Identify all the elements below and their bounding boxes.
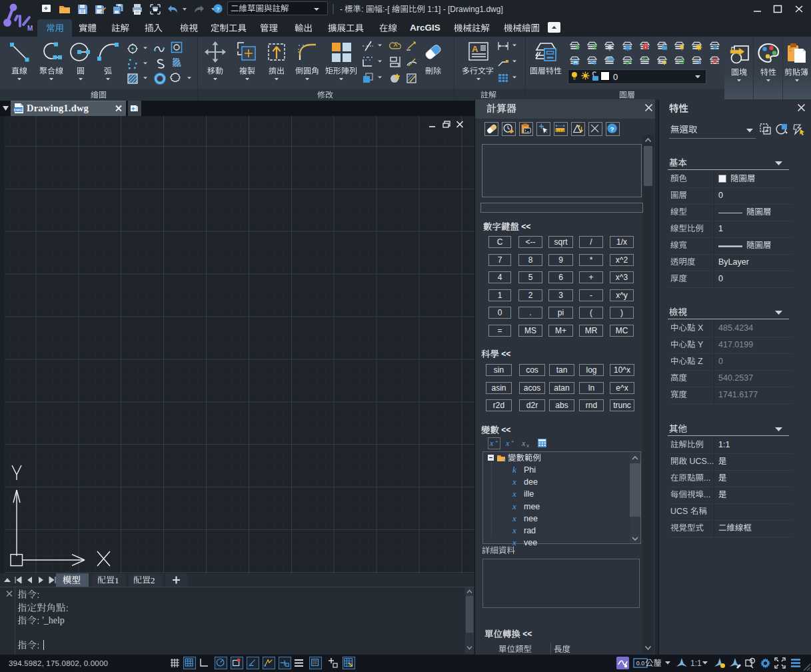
svg-text:x: x <box>512 489 516 499</box>
svg-text:x: x <box>521 439 526 448</box>
svg-text:x: x <box>512 501 516 511</box>
svg-text:?: ? <box>610 125 614 133</box>
svg-text:x: x <box>505 439 510 448</box>
svg-text:M: M <box>27 25 33 32</box>
svg-text:?: ? <box>216 5 220 13</box>
svg-text:x: x <box>512 525 516 535</box>
svg-text:DWG: DWG <box>14 108 23 112</box>
svg-text:+: + <box>511 439 514 445</box>
svg-text:A: A <box>472 44 478 54</box>
svg-text:x: x <box>502 456 506 462</box>
svg-text:x: x <box>512 513 516 523</box>
svg-text:k: k <box>512 465 516 475</box>
svg-text:0.0: 0.0 <box>636 660 645 667</box>
svg-text:x: x <box>526 443 529 449</box>
svg-text:x: x <box>512 477 516 487</box>
svg-text:x: x <box>489 439 494 448</box>
svg-text:+: + <box>495 439 498 445</box>
